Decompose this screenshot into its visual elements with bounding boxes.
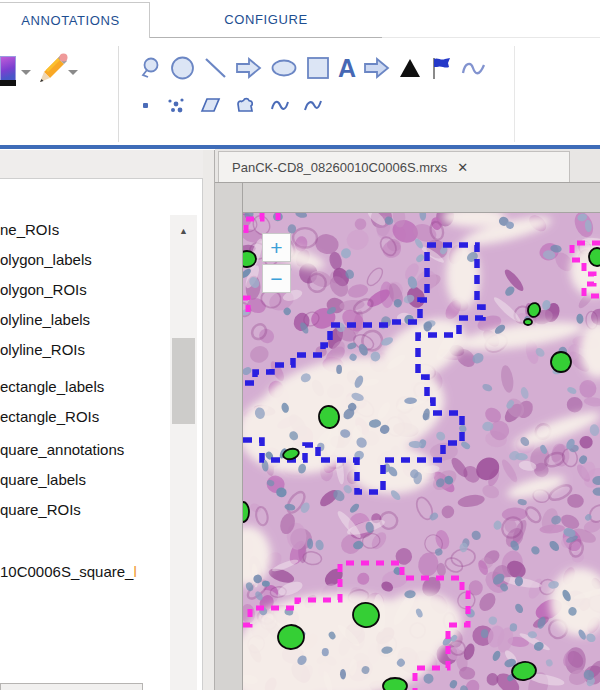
ribbon-body: A: [0, 38, 600, 145]
text-tool-glyph: A: [338, 55, 356, 81]
detected-cell-marker[interactable]: [551, 352, 571, 372]
group-separator: [118, 46, 119, 142]
histology-slide-image[interactable]: [243, 213, 600, 690]
detected-cell-marker[interactable]: [243, 251, 256, 267]
list-item[interactable]: ectangle_ROIs: [0, 405, 168, 429]
application-window: ANNOTATIONS CONFIGURE: [0, 0, 600, 690]
document-tab[interactable]: PanCK-CD8_08260010C0006S.mrxs ✕: [218, 151, 570, 182]
viewer-left-margin: [215, 183, 243, 690]
panel-header: ✕: [0, 150, 203, 178]
fill-style-tool-icon[interactable]: [0, 56, 16, 86]
tab-annotations-label: ANNOTATIONS: [21, 13, 120, 28]
triangle-tool-icon[interactable]: [398, 55, 422, 81]
ribbon-tab-strip: ANNOTATIONS CONFIGURE: [0, 0, 600, 38]
dock-gap-strip: [203, 150, 215, 690]
tab-configure[interactable]: CONFIGURE: [150, 2, 382, 38]
detected-cell-marker[interactable]: [383, 678, 407, 690]
list-item[interactable]: quare_ROIs: [0, 498, 168, 522]
text-tool-icon[interactable]: A: [338, 55, 356, 81]
document-tab-close-icon[interactable]: ✕: [457, 160, 468, 175]
partial-item-fragment: l: [133, 563, 136, 580]
detected-cell-marker[interactable]: [243, 502, 249, 522]
circle-tool-icon[interactable]: [169, 55, 196, 81]
shapes-toolbar-row2: [140, 96, 323, 114]
group-separator-right: [514, 46, 515, 142]
detected-cell-marker[interactable]: [589, 248, 600, 266]
zoom-out-button[interactable]: −: [262, 264, 291, 293]
pencil-icon: [34, 50, 68, 88]
list-item[interactable]: quare_labels: [0, 468, 168, 492]
document-tab-bar: PanCK-CD8_08260010C0006S.mrxs ✕: [215, 149, 600, 182]
list-item[interactable]: olyline_labels: [0, 308, 168, 332]
lower-panel-edge: [0, 683, 143, 690]
shapes-toolbar-row1: A: [138, 55, 487, 81]
list-item[interactable]: olygon_ROIs: [0, 278, 168, 302]
point-tool-icon[interactable]: [140, 96, 152, 114]
fill-style-dropdown-caret[interactable]: [21, 70, 31, 75]
document-tab-title: PanCK-CD8_08260010C0006S.mrxs: [232, 160, 447, 175]
detected-cell-marker[interactable]: [524, 319, 532, 325]
viewer-corner-divider: [242, 183, 243, 213]
panel-scrollbar[interactable]: ▲: [170, 215, 197, 690]
scrollbar-thumb[interactable]: [172, 338, 195, 424]
list-item[interactable]: quare_annotations: [0, 438, 168, 462]
list-item[interactable]: olyline_ROIs: [0, 338, 168, 362]
list-item[interactable]: olygon_labels: [0, 248, 168, 272]
tab-configure-label: CONFIGURE: [224, 12, 307, 27]
list-item[interactable]: ne_ROIs: [0, 218, 168, 242]
line-tool-icon[interactable]: [203, 55, 228, 81]
rectangle-tool-icon[interactable]: [305, 55, 331, 81]
curve-tool-icon[interactable]: [460, 55, 487, 81]
freeform-polygon-tool-icon[interactable]: [235, 96, 257, 114]
ellipse-tool-icon[interactable]: [270, 55, 298, 81]
pencil-dropdown-caret[interactable]: [68, 70, 78, 75]
points-cluster-tool-icon[interactable]: [165, 96, 187, 114]
arrow-filled-tool-icon[interactable]: [363, 55, 391, 81]
polyline-alt-tool-icon[interactable]: [303, 96, 323, 114]
lasso-tool-icon[interactable]: [138, 55, 162, 81]
arrow-outline-tool-icon[interactable]: [235, 55, 263, 81]
scrollbar-up-arrow[interactable]: ▲: [170, 223, 197, 239]
fill-style-tool-black-band: [0, 80, 16, 86]
slide-image-viewport[interactable]: [243, 213, 600, 690]
zoom-in-button[interactable]: +: [262, 233, 291, 262]
flag-tool-icon[interactable]: [429, 55, 453, 81]
polygon-tool-icon[interactable]: [200, 96, 222, 114]
pencil-tool[interactable]: [34, 50, 68, 92]
polyline-tool-icon[interactable]: [270, 96, 290, 114]
partial-item-text: 10C0006S_square_: [0, 563, 133, 580]
tab-annotations[interactable]: ANNOTATIONS: [0, 2, 150, 38]
viewer-top-margin: [215, 183, 600, 213]
list-item[interactable]: ectangle_labels: [0, 375, 168, 399]
